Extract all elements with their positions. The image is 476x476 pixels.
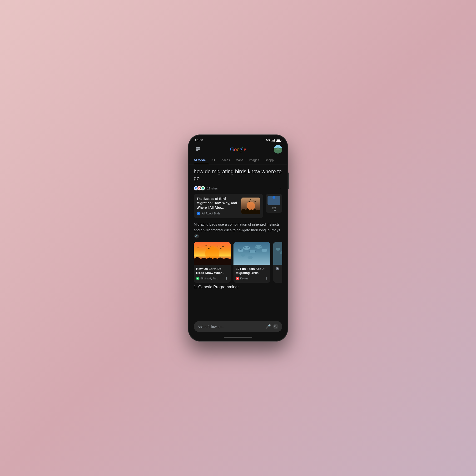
result-card-2-image	[234, 242, 270, 265]
follow-up-input-container[interactable]: Ask a follow up... 🎤	[194, 321, 282, 332]
result-card-2-body: 10 Fun Facts About Migrating Birds	[234, 265, 270, 283]
all-about-birds-favicon	[197, 212, 200, 215]
svg-text:🐦: 🐦	[202, 187, 204, 189]
result-card-2[interactable]: 10 Fun Facts About Migrating Birds	[234, 242, 270, 283]
result-cards-row: How On Earth Do Birds Know Wher...	[194, 242, 282, 283]
svg-rect-1	[198, 147, 200, 149]
network-label: 5G	[266, 138, 270, 142]
svg-point-25	[255, 245, 262, 249]
sources-more-icon[interactable]: ⋮	[278, 186, 282, 191]
search-query: how do migrating birds know where to go	[194, 168, 282, 182]
tab-all[interactable]: All	[209, 156, 218, 164]
source-site-name: All About Birds	[202, 212, 221, 215]
tab-images[interactable]: Images	[246, 156, 262, 164]
google-header: Google	[189, 143, 287, 156]
svg-rect-2	[196, 149, 198, 151]
result-card-1-site: Birdbuddy Ta...	[196, 277, 218, 280]
result-card-2-site: Kaytee	[236, 277, 248, 280]
svg-point-27	[241, 254, 245, 256]
svg-line-35	[276, 327, 277, 328]
source-card-main[interactable]: The Basics of Bird Migration: How, Why, …	[194, 194, 263, 218]
home-bar	[224, 337, 252, 338]
main-content: how do migrating birds know where to go …	[189, 165, 287, 319]
favicon-3: 🐦	[200, 186, 205, 191]
svg-point-22	[238, 249, 243, 252]
tab-places[interactable]: Places	[218, 156, 233, 164]
card-2-more-icon[interactable]: ⋮	[265, 276, 268, 280]
status-icons: 5G	[266, 138, 281, 142]
svg-point-24	[249, 250, 255, 253]
svg-rect-0	[196, 147, 198, 149]
status-time: 10:00	[195, 138, 203, 142]
svg-point-28	[248, 256, 253, 259]
status-bar: 10:00 5G	[189, 136, 287, 143]
svg-rect-3	[198, 149, 200, 150]
svg-point-26	[262, 249, 267, 252]
source-favicons: b ♥ 🐦	[194, 186, 205, 191]
result-card-2-footer: Kaytee ⋮	[236, 276, 268, 280]
result-card-1-footer: Birdbuddy Ta... ⋮	[196, 276, 228, 280]
google-logo: Google	[230, 146, 246, 153]
signal-icon	[272, 139, 275, 142]
result-card-1[interactable]: How On Earth Do Birds Know Wher...	[194, 242, 231, 283]
source-card-partial[interactable]: Bird RSF	[266, 194, 282, 213]
tab-maps[interactable]: Maps	[233, 156, 246, 164]
sources-left: b ♥ 🐦	[194, 186, 218, 191]
svg-point-19	[205, 246, 220, 261]
result-card-3-footer: ?	[276, 267, 282, 270]
result-card-1-title: How On Earth Do Birds Know Wher...	[196, 267, 228, 275]
result-card-3-body: ?	[273, 265, 282, 273]
result-card-1-body: How On Earth Do Birds Know Wher...	[194, 265, 231, 283]
svg-point-32	[276, 248, 280, 251]
card-1-more-icon[interactable]: ⋮	[225, 276, 228, 280]
source-card-site: All About Birds	[197, 212, 239, 215]
svg-point-34	[275, 325, 276, 327]
mic-icon[interactable]: 🎤	[266, 324, 271, 329]
citation-link[interactable]: 🔗	[194, 234, 199, 238]
collections-icon[interactable]	[194, 145, 202, 153]
kaytee-favicon	[236, 277, 239, 280]
svg-text:b: b	[196, 187, 197, 189]
svg-point-15	[272, 196, 275, 199]
birdbuddy-favicon	[196, 277, 200, 280]
phone-frame: 10:00 5G	[188, 135, 288, 341]
home-indicator	[189, 335, 287, 340]
svg-point-10	[197, 212, 200, 215]
lens-icon[interactable]	[273, 324, 278, 329]
result-cards-container: How On Earth Do Birds Know Wher...	[189, 242, 287, 283]
follow-up-icons: 🎤	[266, 324, 278, 329]
phone-screen: 10:00 5G	[189, 136, 287, 340]
svg-text:RSF: RSF	[272, 209, 276, 212]
source-card-image	[241, 198, 260, 214]
result-card-3-image	[273, 242, 282, 265]
birds-sunset-image	[241, 198, 260, 214]
battery-icon	[276, 139, 281, 142]
result-card-2-site-name: Kaytee	[240, 277, 248, 280]
section-heading: 1. Genetic Programming:	[194, 285, 282, 289]
bottom-bar: Ask a follow up... 🎤	[189, 319, 287, 335]
unknown-favicon: ?	[276, 267, 279, 270]
svg-point-30	[237, 278, 238, 279]
source-card-title: The Basics of Bird Migration: How, Why, …	[197, 197, 239, 210]
svg-text:Bird: Bird	[272, 206, 276, 209]
result-card-1-image	[194, 242, 231, 265]
result-card-3[interactable]: ?	[273, 242, 282, 283]
svg-point-23	[243, 246, 250, 250]
user-avatar[interactable]	[274, 145, 282, 153]
result-card-2-title: 10 Fun Facts About Migrating Birds	[236, 267, 268, 275]
result-card-1-site-name: Birdbuddy Ta...	[200, 277, 218, 280]
source-card-content: The Basics of Bird Migration: How, Why, …	[197, 197, 239, 215]
tab-ai-mode[interactable]: AI Mode	[194, 156, 209, 164]
svg-rect-21	[234, 242, 270, 265]
svg-text:♥: ♥	[199, 188, 200, 189]
tab-shopping[interactable]: Shopp	[262, 156, 276, 164]
sources-row: b ♥ 🐦	[194, 186, 282, 191]
follow-up-placeholder: Ask a follow up...	[198, 325, 264, 329]
tabs-bar: AI Mode All Places Maps Images Shopp	[189, 156, 287, 165]
sources-count: 13 sites	[207, 187, 218, 190]
source-cards-row: The Basics of Bird Migration: How, Why, …	[194, 194, 282, 218]
result-card-3-site: ?	[276, 267, 279, 270]
ai-summary: Migrating birds use a combination of inh…	[194, 221, 282, 239]
